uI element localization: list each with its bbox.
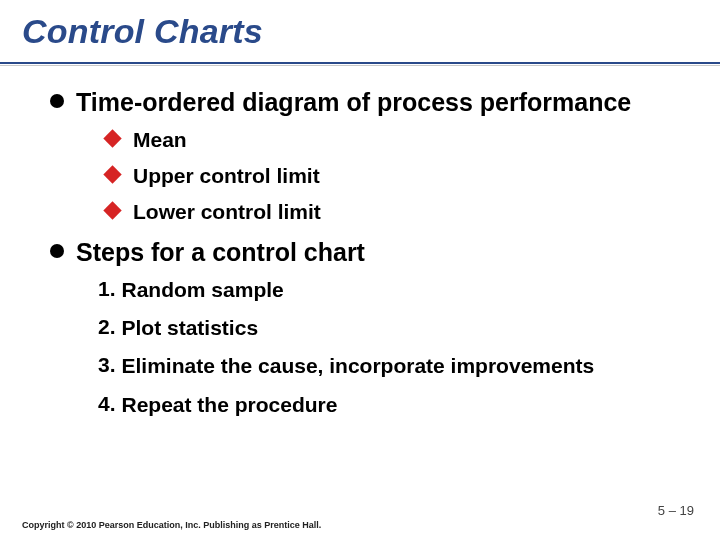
page-number: 5 – 19	[658, 503, 694, 518]
title-rule	[0, 62, 720, 64]
disc-bullet-icon	[50, 244, 64, 258]
bullet-steps: Steps for a control chart	[50, 238, 680, 268]
bullet-text: Time-ordered diagram of process performa…	[76, 88, 631, 118]
sub-bullet-text: Upper control limit	[133, 164, 320, 188]
step-number: 1.	[98, 277, 116, 301]
step-text: Eliminate the cause, incorporate improve…	[122, 353, 595, 378]
step-text: Random sample	[122, 277, 284, 302]
bullet-text: Steps for a control chart	[76, 238, 365, 268]
step-text: Repeat the procedure	[122, 392, 338, 417]
numbered-steps-list: 1. Random sample 2. Plot statistics 3. E…	[98, 277, 680, 417]
step-1: 1. Random sample	[98, 277, 680, 302]
step-number: 3.	[98, 353, 116, 377]
disc-bullet-icon	[50, 94, 64, 108]
diamond-bullet-icon	[103, 129, 121, 147]
step-text: Plot statistics	[122, 315, 259, 340]
step-number: 2.	[98, 315, 116, 339]
step-4: 4. Repeat the procedure	[98, 392, 680, 417]
bullet-time-ordered: Time-ordered diagram of process performa…	[50, 88, 680, 118]
sub-bullet-mean: Mean	[106, 128, 680, 152]
diamond-bullet-icon	[103, 201, 121, 219]
step-2: 2. Plot statistics	[98, 315, 680, 340]
sub-bullet-list: Mean Upper control limit Lower control l…	[106, 128, 680, 224]
diamond-bullet-icon	[103, 165, 121, 183]
content-area: Time-ordered diagram of process performa…	[50, 88, 680, 430]
step-number: 4.	[98, 392, 116, 416]
slide-title: Control Charts	[22, 12, 263, 51]
sub-bullet-ucl: Upper control limit	[106, 164, 680, 188]
slide: Control Charts Time-ordered diagram of p…	[0, 0, 720, 540]
copyright-notice: Copyright © 2010 Pearson Education, Inc.…	[22, 520, 321, 530]
sub-bullet-text: Mean	[133, 128, 187, 152]
step-3: 3. Eliminate the cause, incorporate impr…	[98, 353, 680, 378]
title-rule-shadow	[0, 65, 720, 66]
sub-bullet-lcl: Lower control limit	[106, 200, 680, 224]
sub-bullet-text: Lower control limit	[133, 200, 321, 224]
